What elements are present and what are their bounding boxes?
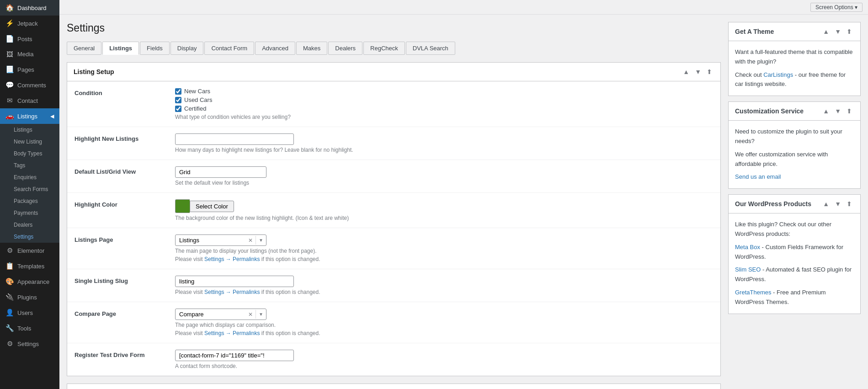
screen-options-button[interactable]: Screen Options ▾ [810,3,863,12]
sidebar-sub-new-listing[interactable]: New Listing [0,136,59,148]
tab-dealers[interactable]: Dealers [328,42,362,55]
listings-page-permalink-link[interactable]: Settings → Permalinks [204,256,260,262]
sidebar-item-posts[interactable]: 📄 Posts [0,31,59,47]
compare-page-select[interactable]: Compare [176,309,245,320]
sidebar-item-media[interactable]: 🖼 Media [0,47,59,62]
get-theme-down[interactable]: ▼ [833,27,843,36]
sidebar-item-plugins[interactable]: 🔌 Plugins [0,289,59,305]
used-cars-checkbox[interactable] [175,97,181,103]
default-view-desc: Set the default view for listings [175,180,713,186]
test-drive-label: Register Test Drive Form [75,350,175,358]
sidebar-item-label: Elementor [17,247,44,254]
sidebar-item-elementor[interactable]: ⚙ Elementor [0,243,59,258]
select-color-button[interactable]: Select Color [190,201,234,212]
wp-products-expand[interactable]: ⬆ [845,199,854,208]
compare-page-label: Compare Page [75,309,175,317]
customization-text2: We offer customization service with affo… [735,150,854,169]
plugins-icon: 🔌 [5,293,14,301]
comments-icon: 💬 [5,81,14,89]
sidebar-item-jetpack[interactable]: ⚡ Jetpack [0,16,59,31]
tab-display[interactable]: Display [170,42,204,55]
compare-page-arrow[interactable]: ▼ [256,310,266,319]
default-view-controls: List Grid Set the default view for listi… [175,166,713,186]
topbar: Screen Options ▾ [59,0,868,15]
compare-page-clear[interactable]: ✕ [245,309,256,320]
section-collapse-down[interactable]: ▼ [693,67,703,76]
sidebar-item-label: Users [17,309,33,316]
sidebar-sub-body-types[interactable]: Body Types [0,148,59,160]
sidebar-sub-search-forms[interactable]: Search Forms [0,183,59,195]
sidebar-sub-payments[interactable]: Payments [0,207,59,219]
sidebar-item-tools[interactable]: 🔧 Tools [0,320,59,336]
default-view-select-wrap: List Grid [175,166,266,178]
gretathemes-link[interactable]: GretaThemes [735,289,771,296]
sidebar-item-comments[interactable]: 💬 Comments [0,77,59,93]
customization-expand[interactable]: ⬆ [845,107,854,116]
sidebar-item-contact[interactable]: ✉ Contact [0,93,59,108]
sidebar-sub-settings[interactable]: Settings [0,231,59,243]
content-area: Settings General Listings Fields Display… [59,15,868,389]
highlight-new-input[interactable] [175,133,294,145]
sidebar-sub-enquiries[interactable]: Enquiries [0,171,59,183]
sidebar-item-users[interactable]: 👤 Users [0,305,59,320]
single-slug-permalink-link[interactable]: Settings → Permalinks [204,289,260,295]
tab-listings[interactable]: Listings [102,42,139,55]
new-cars-label: New Cars [184,88,210,95]
sidebar-item-dashboard[interactable]: 🏠 Dashboard [0,0,59,16]
listing-setup-header: Listing Setup ▲ ▼ ⬆ [67,63,720,81]
sidebar-sub-packages[interactable]: Packages [0,195,59,207]
sidebar-sub-dealers[interactable]: Dealers [0,219,59,231]
get-theme-up[interactable]: ▲ [821,27,831,36]
certified-checkbox[interactable] [175,106,181,112]
wp-products-body: Like this plugin? Check out our other Wo… [729,213,860,313]
tab-regcheck[interactable]: RegCheck [363,42,405,55]
wp-products-up[interactable]: ▲ [821,199,831,208]
users-icon: 👤 [5,309,14,317]
compare-page-permalink-link[interactable]: Settings → Permalinks [204,330,260,336]
default-view-select[interactable]: List Grid [175,166,266,178]
single-slug-input[interactable] [175,276,294,287]
listings-page-select[interactable]: Listings [176,235,245,245]
highlight-new-label: Highlight New Listings [75,133,175,142]
sidebar-item-label: Dashboard [17,5,47,11]
listing-setup-body: Condition New Cars Used Cars [67,81,720,376]
highlight-new-controls: How many days to highlight new listings … [175,133,713,153]
listings-page-clear[interactable]: ✕ [245,235,256,245]
customization-controls: ▲ ▼ ⬆ [821,107,854,116]
tab-contact-form[interactable]: Contact Form [204,42,254,55]
tab-advanced[interactable]: Advanced [255,42,295,55]
wp-products-controls: ▲ ▼ ⬆ [821,199,854,208]
section-expand[interactable]: ⬆ [705,67,714,76]
send-email-link[interactable]: Send us an email [735,173,781,180]
listings-icon: 🚗 [5,112,14,120]
carlistings-link[interactable]: CarListings [763,71,793,78]
wp-products-title: Our WordPress Products [735,200,811,208]
new-cars-checkbox[interactable] [175,88,181,95]
wp-products-down[interactable]: ▼ [833,199,843,208]
sidebar-item-templates[interactable]: 📋 Templates [0,258,59,274]
color-swatch[interactable] [175,199,190,213]
pages-icon: 📃 [5,65,14,74]
meta-box-link[interactable]: Meta Box [735,244,760,250]
customization-down[interactable]: ▼ [833,107,843,116]
sidebar-item-settings[interactable]: ⚙ Settings [0,336,59,352]
sidebar-item-listings[interactable]: 🚗 Listings ◀ [0,108,59,124]
sidebar-item-label: Plugins [17,294,37,301]
sidebar-item-pages[interactable]: 📃 Pages [0,62,59,77]
tab-dvla-search[interactable]: DVLA Search [406,42,455,55]
tab-fields[interactable]: Fields [140,42,170,55]
test-drive-input[interactable] [175,350,294,361]
tab-general[interactable]: General [67,42,101,55]
customization-up[interactable]: ▲ [821,107,831,116]
slim-seo-link[interactable]: Slim SEO [735,266,761,273]
sidebar-item-appearance[interactable]: 🎨 Appearance [0,274,59,289]
get-theme-expand[interactable]: ⬆ [845,27,854,36]
tools-icon: 🔧 [5,324,14,332]
tab-makes[interactable]: Makes [296,42,327,55]
get-theme-header: Get A Theme ▲ ▼ ⬆ [729,22,860,41]
section-collapse-up[interactable]: ▲ [681,67,691,76]
sidebar-sub-listings[interactable]: Listings [0,124,59,136]
listings-page-arrow[interactable]: ▼ [256,236,266,245]
sidebar-sub-tags[interactable]: Tags [0,160,59,171]
media-icon: 🖼 [5,50,14,58]
